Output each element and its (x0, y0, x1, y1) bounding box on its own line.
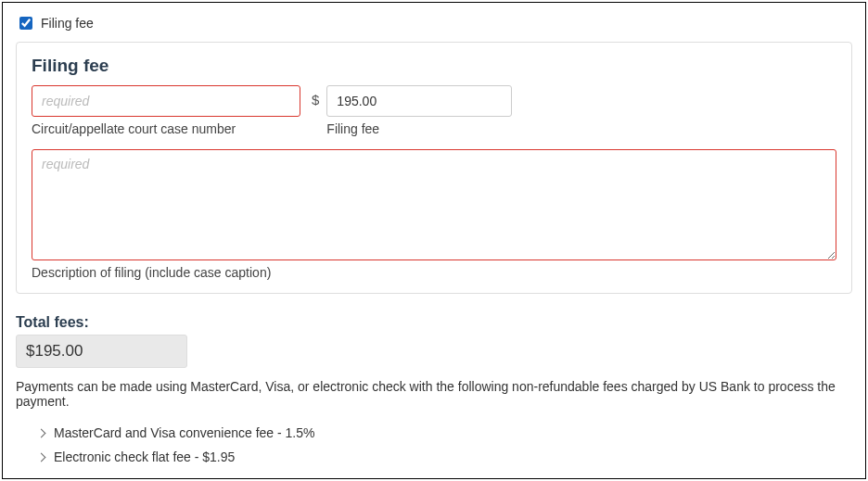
fee-list: MasterCard and Visa convenience fee - 1.… (16, 425, 852, 464)
filing-fee-group: Filing fee (326, 85, 512, 136)
list-item: MasterCard and Visa convenience fee - 1.… (38, 425, 852, 440)
filing-fee-checkbox[interactable] (19, 17, 32, 30)
payment-disclaimer: Payments can be made using MasterCard, V… (16, 379, 852, 409)
chevron-right-icon (37, 452, 46, 462)
filing-fee-label: Filing fee (326, 121, 512, 136)
list-item: Electronic check flat fee - $1.95 (38, 449, 852, 464)
description-group: Description of filing (include case capt… (32, 149, 836, 280)
filing-fee-checkbox-label[interactable]: Filing fee (41, 16, 94, 31)
total-fees-label: Total fees: (16, 314, 852, 331)
total-fees-value: $195.00 (16, 335, 187, 368)
top-field-row: Circuit/appellate court case number $ Fi… (32, 85, 836, 136)
fee-item-text: MasterCard and Visa convenience fee - 1.… (54, 425, 314, 440)
chevron-right-icon (37, 428, 46, 437)
filing-fee-panel: Filing fee Circuit/appellate court case … (16, 42, 852, 294)
form-container: Filing fee Filing fee Circuit/appellate … (2, 2, 866, 479)
case-number-group: Circuit/appellate court case number (32, 85, 300, 136)
filing-fee-input[interactable] (326, 85, 512, 117)
panel-title: Filing fee (32, 56, 836, 76)
description-textarea[interactable] (32, 149, 836, 260)
currency-symbol: $ (312, 85, 326, 108)
case-number-input[interactable] (32, 85, 300, 117)
case-number-label: Circuit/appellate court case number (32, 121, 300, 136)
description-label: Description of filing (include case capt… (32, 265, 836, 280)
filing-fee-checkbox-row: Filing fee (16, 14, 852, 32)
fee-item-text: Electronic check flat fee - $1.95 (54, 449, 235, 464)
